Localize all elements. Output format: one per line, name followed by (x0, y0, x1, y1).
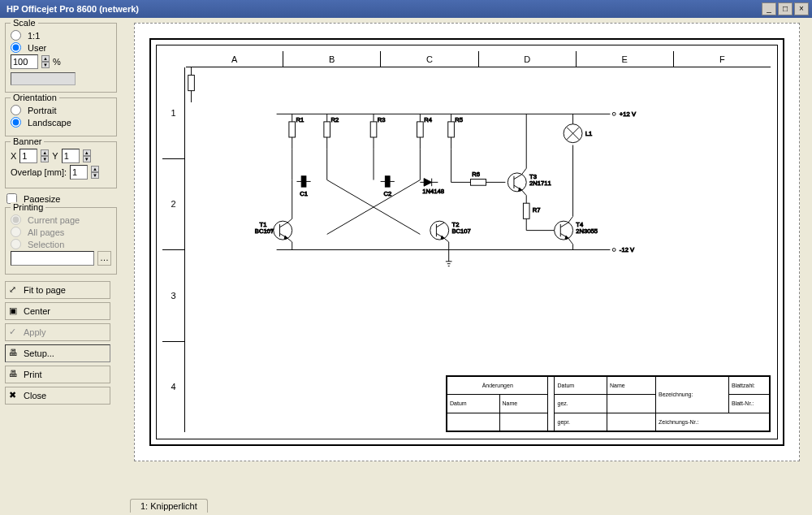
close-window-button[interactable]: × (794, 2, 809, 15)
center-button[interactable]: ▣Center (5, 302, 110, 320)
svg-text:-12 V: -12 V (620, 246, 635, 253)
svg-rect-24 (385, 176, 390, 187)
close-icon: ✖ (9, 390, 20, 401)
svg-point-38 (274, 221, 292, 240)
print-icon: 🖶 (9, 369, 20, 380)
svg-text:R1: R1 (296, 116, 304, 123)
svg-text:R2: R2 (330, 116, 339, 123)
scale-value-input[interactable] (11, 54, 38, 69)
sidebar: Scale 1:1 User ▲▼ % Orientation Portrait… (0, 18, 122, 497)
svg-text:2N1711: 2N1711 (529, 180, 551, 187)
svg-text:R5: R5 (455, 116, 463, 123)
by-up[interactable]: ▲ (83, 149, 91, 156)
svg-text:R3: R3 (378, 116, 386, 123)
tab-sheet-1[interactable]: 1: Knipperlicht (130, 499, 208, 513)
svg-text:T4: T4 (576, 221, 584, 228)
svg-text:R6: R6 (472, 171, 480, 178)
preview-pane: ABC DEF 1234 +12 V (122, 18, 812, 497)
fit-icon: ⤢ (9, 284, 20, 296)
scale-up[interactable]: ▲ (41, 55, 50, 62)
setup-icon: 🖶 (9, 348, 20, 359)
svg-rect-20 (301, 176, 306, 187)
print-path-box (11, 251, 94, 266)
sheet-tabs: 1: Knipperlicht (130, 499, 208, 515)
print-button[interactable]: 🖶Print (5, 366, 110, 383)
svg-rect-35 (470, 180, 486, 186)
scale-user-radio[interactable] (11, 42, 21, 53)
scale-11-radio[interactable] (11, 30, 21, 41)
svg-text:T3: T3 (529, 173, 537, 180)
svg-text:2N3055: 2N3055 (576, 227, 598, 235)
setup-button[interactable]: 🖶Setup... (5, 344, 110, 362)
overlap-input[interactable] (70, 165, 88, 180)
apply-icon: ✓ (9, 327, 20, 338)
svg-line-46 (287, 219, 292, 223)
svg-text:+12 V: +12 V (620, 110, 637, 118)
svg-text:BC107: BC107 (452, 227, 471, 235)
svg-point-50 (430, 221, 449, 240)
svg-point-62 (508, 173, 526, 192)
print-all-radio (11, 227, 21, 237)
svg-text:L1: L1 (585, 130, 592, 137)
by-dn[interactable]: ▼ (83, 156, 91, 162)
maximize-button[interactable]: □ (778, 2, 793, 15)
scale-down[interactable]: ▼ (41, 62, 50, 68)
orientation-panel: Orientation Portrait Landscape (5, 97, 117, 136)
scale-slider[interactable] (11, 72, 76, 85)
svg-line-57 (444, 238, 449, 242)
svg-point-1 (612, 112, 615, 115)
orient-landscape-radio[interactable] (11, 117, 21, 128)
svg-line-71 (521, 190, 526, 196)
row-headers: 1234 (162, 67, 185, 432)
svg-line-84 (568, 238, 573, 245)
svg-marker-54 (441, 236, 444, 239)
center-icon: ▣ (9, 305, 20, 317)
svg-text:R7: R7 (533, 206, 541, 214)
svg-text:C1: C1 (300, 190, 308, 197)
window-title: HP Officejet Pro 8600 (netwerk) (3, 4, 760, 14)
svg-line-40 (279, 223, 287, 227)
minimize-button[interactable]: _ (762, 2, 776, 15)
drawing-frame: ABC DEF 1234 +12 V (149, 38, 784, 446)
titlebar: HP Officejet Pro 8600 (netwerk) _ □ × (0, 0, 812, 18)
svg-rect-73 (523, 203, 529, 219)
banner-panel: Banner X ▲▼ Y ▲▼ Overlap [mm]: ▲▼ (5, 141, 117, 188)
svg-text:1N4148: 1N4148 (422, 188, 444, 195)
svg-text:T2: T2 (452, 221, 460, 228)
column-headers: ABC DEF (186, 51, 771, 67)
svg-rect-7 (188, 76, 195, 91)
svg-line-48 (287, 238, 292, 242)
apply-button: ✓Apply (5, 323, 110, 341)
svg-marker-28 (424, 179, 432, 187)
printing-panel: Printing Current page All pages Selectio… (5, 207, 117, 275)
bx-dn[interactable]: ▼ (41, 156, 49, 162)
orient-portrait-radio[interactable] (11, 105, 21, 115)
svg-point-4 (612, 249, 615, 252)
svg-marker-66 (519, 188, 522, 191)
bx-up[interactable]: ▲ (41, 149, 49, 156)
print-selection-radio (11, 239, 21, 249)
svg-marker-80 (565, 236, 568, 239)
svg-text:C2: C2 (383, 190, 391, 197)
ov-up[interactable]: ▲ (91, 166, 99, 172)
fit-button[interactable]: ⤢Fit to page (5, 281, 110, 299)
print-current-radio (11, 214, 21, 225)
svg-text:R4: R4 (424, 116, 433, 123)
svg-line-64 (514, 175, 522, 180)
svg-line-69 (521, 168, 526, 175)
svg-marker-42 (284, 236, 287, 239)
svg-text:BC107: BC107 (255, 227, 274, 235)
action-buttons: ⤢Fit to page ▣Center ✓Apply 🖶Setup... 🖶P… (5, 279, 117, 406)
svg-line-78 (560, 223, 568, 227)
svg-point-76 (555, 221, 573, 240)
page-boundary: ABC DEF 1234 +12 V (134, 23, 800, 461)
title-block: Änderungen Datum Name Bezeichnung: Blatt… (446, 375, 771, 432)
close-button[interactable]: ✖Close (5, 387, 110, 405)
banner-x-input[interactable] (19, 149, 37, 163)
banner-y-input[interactable] (62, 149, 80, 163)
svg-line-52 (436, 223, 444, 227)
svg-line-86 (568, 216, 573, 223)
browse-button[interactable]: … (97, 251, 111, 266)
ov-dn[interactable]: ▼ (91, 172, 99, 179)
svg-text:T1: T1 (260, 221, 267, 228)
